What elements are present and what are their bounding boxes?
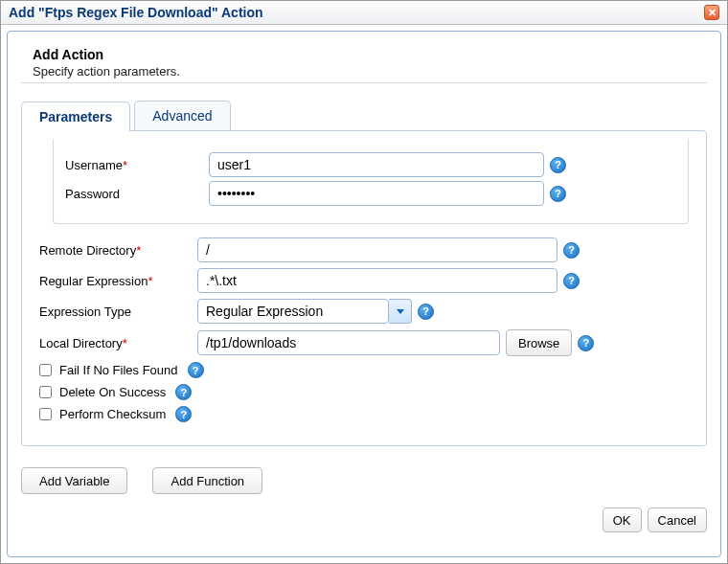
outer-panel: Add Action Specify action parameters. Pa…	[7, 31, 721, 557]
close-button[interactable]: ✕	[704, 5, 719, 20]
row-local-directory: Local Directory* Browse ?	[39, 329, 689, 356]
row-expression-type: Expression Type ?	[39, 299, 689, 324]
tabs: Parameters Advanced Username* ?	[21, 101, 707, 446]
browse-button[interactable]: Browse	[506, 329, 572, 356]
footer-button-row: OK Cancel	[21, 508, 707, 532]
help-icon[interactable]: ?	[578, 335, 594, 351]
help-icon[interactable]: ?	[550, 157, 566, 173]
cancel-button[interactable]: Cancel	[648, 508, 707, 532]
row-remote-directory: Remote Directory* ?	[39, 237, 689, 262]
divider	[21, 82, 707, 83]
label-regular-expression: Regular Expression*	[39, 274, 197, 288]
tab-parameters[interactable]: Parameters	[21, 102, 130, 131]
delete-on-success-checkbox[interactable]	[39, 386, 52, 398]
password-input[interactable]	[209, 181, 544, 206]
required-marker: *	[148, 274, 152, 288]
row-delete-on-success: Delete On Success ?	[39, 384, 689, 400]
close-icon: ✕	[708, 8, 717, 18]
section-title: Add Action	[33, 47, 707, 62]
help-icon[interactable]: ?	[418, 304, 434, 320]
add-function-button[interactable]: Add Function	[152, 467, 262, 494]
titlebar: Add "Ftps Regex File Download" Action ✕	[1, 1, 727, 25]
remote-directory-input[interactable]	[197, 237, 557, 262]
regular-expression-input[interactable]	[197, 268, 557, 293]
tab-panel-parameters: Username* ? Password ?	[21, 130, 707, 446]
expression-type-value[interactable]	[197, 299, 389, 324]
perform-checksum-checkbox[interactable]	[39, 408, 52, 420]
row-password: Password ?	[65, 181, 676, 206]
label-delete-on-success: Delete On Success	[59, 385, 166, 399]
row-username: Username* ?	[65, 152, 676, 177]
expression-type-select[interactable]	[197, 299, 412, 324]
label-password: Password	[65, 187, 209, 201]
label-fail-if-no-files: Fail If No Files Found	[59, 363, 178, 377]
help-icon[interactable]: ?	[188, 362, 204, 378]
help-icon[interactable]: ?	[563, 273, 580, 289]
row-perform-checksum: Perform Checksum ?	[39, 406, 689, 422]
required-marker: *	[123, 336, 127, 350]
help-icon[interactable]: ?	[550, 186, 566, 202]
tab-advanced[interactable]: Advanced	[134, 101, 230, 130]
window-title: Add "Ftps Regex File Download" Action	[9, 5, 263, 20]
row-fail-if-no-files: Fail If No Files Found ?	[39, 362, 689, 378]
chevron-down-icon	[397, 309, 404, 314]
expression-type-dropdown-button[interactable]	[389, 299, 412, 324]
add-variable-button[interactable]: Add Variable	[21, 467, 127, 494]
help-icon[interactable]: ?	[563, 242, 580, 259]
fail-if-no-files-checkbox[interactable]	[39, 364, 52, 376]
label-username: Username*	[65, 158, 209, 172]
section-subtitle: Specify action parameters.	[33, 64, 707, 79]
credentials-panel: Username* ? Password ?	[53, 139, 689, 224]
local-directory-input[interactable]	[197, 330, 500, 355]
row-regular-expression: Regular Expression* ?	[39, 268, 689, 293]
username-input[interactable]	[209, 152, 544, 177]
dialog-window: Add "Ftps Regex File Download" Action ✕ …	[0, 0, 728, 564]
help-icon[interactable]: ?	[175, 406, 192, 422]
label-local-directory: Local Directory*	[39, 336, 197, 350]
tab-row: Parameters Advanced	[21, 101, 707, 130]
section-header: Add Action Specify action parameters.	[33, 47, 707, 79]
required-marker: *	[123, 158, 127, 172]
label-remote-directory: Remote Directory*	[39, 243, 197, 258]
label-expression-type: Expression Type	[39, 305, 197, 319]
bottom-button-row: Add Variable Add Function	[21, 467, 707, 494]
help-icon[interactable]: ?	[175, 384, 192, 400]
required-marker: *	[136, 243, 141, 258]
label-perform-checksum: Perform Checksum	[59, 407, 166, 421]
dialog-body: Add Action Specify action parameters. Pa…	[1, 25, 727, 563]
ok-button[interactable]: OK	[603, 508, 642, 532]
